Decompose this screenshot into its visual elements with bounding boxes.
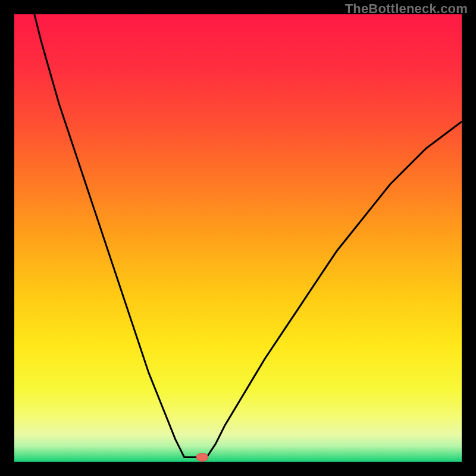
optimal-point-marker bbox=[196, 453, 208, 461]
bottleneck-chart bbox=[14, 14, 462, 462]
gradient-background bbox=[14, 14, 462, 462]
chart-frame: TheBottleneck.com bbox=[0, 0, 476, 476]
